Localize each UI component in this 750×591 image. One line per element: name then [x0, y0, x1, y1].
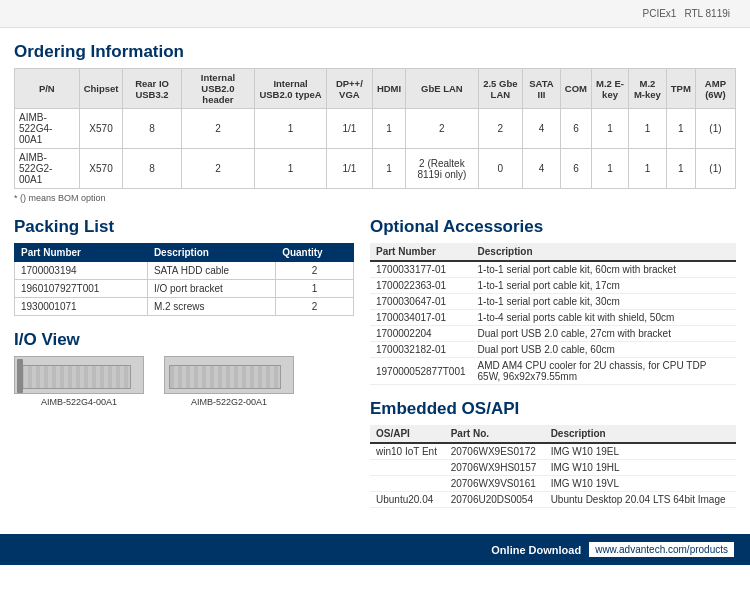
col-rear-io: Rear IO USB3.2 [123, 69, 181, 109]
accessories-table: Part Number Description 1700033177-011-t… [370, 243, 736, 385]
acc-col-desc: Description [472, 243, 736, 261]
os-col-desc: Description [545, 425, 736, 443]
ordering-title: Ordering Information [14, 42, 736, 62]
col-int-usb-hdr: Internal USB2.0 header [181, 69, 255, 109]
footer-label: Online Download [491, 544, 581, 556]
diagram-label-rtl: RTL 8119i [684, 8, 730, 19]
col-right: Optional Accessories Part Number Descrip… [370, 213, 736, 508]
top-diagram: PCIEx1 RTL 8119i [0, 0, 750, 28]
col-chipset: Chipset [79, 69, 123, 109]
ordering-table: P/N Chipset Rear IO USB3.2 Internal USB2… [14, 68, 736, 189]
io-board-g2 [164, 356, 294, 394]
ordering-row: AIMB-522G2-00A1X5708211/112 (Realtek 811… [15, 149, 736, 189]
packing-row: 1930001071M.2 screws2 [15, 298, 354, 316]
os-row: win10 IoT Ent20706WX9ES0172IMG W10 19EL [370, 443, 736, 460]
col-m2m: M.2 M-key [629, 69, 667, 109]
pack-col-part: Part Number [15, 244, 148, 262]
io-image-g2: AIMB-522G2-00A1 [164, 356, 294, 407]
os-col-os: OS/API [370, 425, 445, 443]
io-caption-g2: AIMB-522G2-00A1 [164, 397, 294, 407]
diagram-label-pciex: PCIEx1 [643, 8, 677, 19]
os-col-part: Part No. [445, 425, 545, 443]
accessories-title: Optional Accessories [370, 217, 736, 237]
os-row: Ubuntu20.0420706U20DS0054Ubuntu Desktop … [370, 492, 736, 508]
accessory-row: 1700030647-011-to-1 serial port cable ki… [370, 294, 736, 310]
main-content: Ordering Information P/N Chipset Rear IO… [0, 28, 750, 518]
footer: Online Download www.advantech.com/produc… [0, 534, 750, 565]
packing-row: 1960107927T001I/O port bracket1 [15, 280, 354, 298]
io-view-section: I/O View AIMB-522G4-00A1 AIMB-522G2-00A1 [14, 330, 354, 407]
pack-col-desc: Description [147, 244, 275, 262]
col-25gbe: 2.5 Gbe LAN [478, 69, 523, 109]
col-m2e: M.2 E-key [592, 69, 629, 109]
col-gbe: GbE LAN [406, 69, 478, 109]
col-com: COM [560, 69, 591, 109]
col-sata: SATA III [523, 69, 561, 109]
col-left: Packing List Part Number Description Qua… [14, 213, 354, 508]
bom-note: * () means BOM option [14, 193, 736, 203]
acc-col-part: Part Number [370, 243, 472, 261]
accessory-row: 1700022363-011-to-1 serial port cable ki… [370, 278, 736, 294]
ordering-row: AIMB-522G4-00A1X5708211/112246111(1) [15, 109, 736, 149]
col-tpm: TPM [666, 69, 695, 109]
col-dp: DP++/ VGA [326, 69, 372, 109]
footer-url: www.advantech.com/products [589, 542, 734, 557]
io-caption-g4: AIMB-522G4-00A1 [14, 397, 144, 407]
os-row: 20706WX9VS0161IMG W10 19VL [370, 476, 736, 492]
os-table: OS/API Part No. Description win10 IoT En… [370, 425, 736, 508]
accessory-row: 1700034017-011-to-4 serial ports cable k… [370, 310, 736, 326]
packing-title: Packing List [14, 217, 354, 237]
col-int-usb-a: Internal USB2.0 typeA [255, 69, 327, 109]
os-title: Embedded OS/API [370, 399, 736, 419]
pack-col-qty: Quantity [276, 244, 354, 262]
io-view-title: I/O View [14, 330, 354, 350]
packing-row: 1700003194SATA HDD cable2 [15, 262, 354, 280]
two-col-layout: Packing List Part Number Description Qua… [14, 213, 736, 508]
io-image-g4: AIMB-522G4-00A1 [14, 356, 144, 407]
col-hdmi: HDMI [372, 69, 405, 109]
io-board-g4 [14, 356, 144, 394]
accessory-row: 1700032182-01Dual port USB 2.0 cable, 60… [370, 342, 736, 358]
os-row: 20706WX9HS0157IMG W10 19HL [370, 460, 736, 476]
col-amp: AMP (6W) [695, 69, 735, 109]
io-images: AIMB-522G4-00A1 AIMB-522G2-00A1 [14, 356, 354, 407]
accessory-row: 197000052877T001AMD AM4 CPU cooler for 2… [370, 358, 736, 385]
accessory-row: 1700033177-011-to-1 serial port cable ki… [370, 261, 736, 278]
packing-table: Part Number Description Quantity 1700003… [14, 243, 354, 316]
accessory-row: 1700002204Dual port USB 2.0 cable, 27cm … [370, 326, 736, 342]
col-pn: P/N [15, 69, 80, 109]
